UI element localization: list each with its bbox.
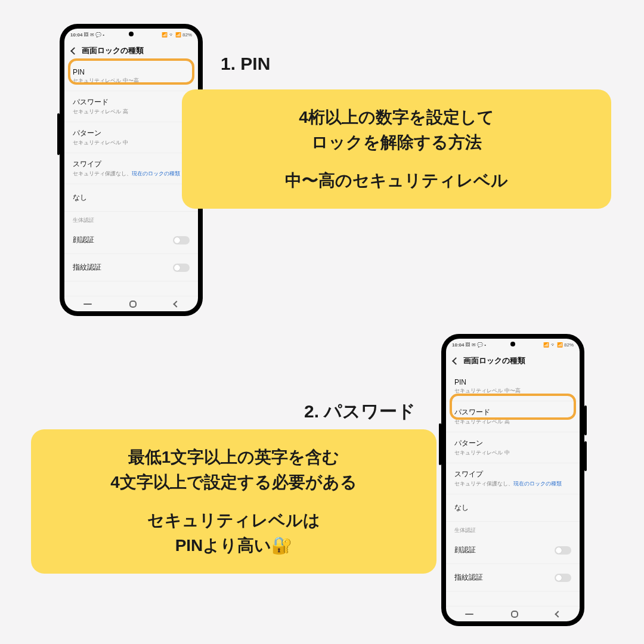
biometric-face[interactable]: 顔認証 [64,227,198,254]
nav-home-icon[interactable] [129,301,137,308]
lock-option-pattern[interactable]: パターン セキュリティレベル 中 [446,432,580,463]
nav-recent-icon[interactable] [83,304,92,305]
biometrics-header: 生体認証 [446,522,580,537]
lock-option-password[interactable]: パスワード セキュリティレベル 高 [64,91,198,122]
nav-back-icon[interactable] [174,301,180,307]
back-icon[interactable] [70,47,78,55]
face-toggle[interactable] [173,236,190,244]
lock-option-pin[interactable]: PIN セキュリティレベル 中〜高 [446,372,580,401]
screen-header: 画面ロックの種類 [446,349,580,372]
section2-title: 2. パスワード [304,400,416,424]
android-navbar [64,296,198,311]
lock-option-swipe[interactable]: スワイプ セキュリティ保護なし、現在のロックの種類 [64,153,198,184]
lock-option-pin[interactable]: PIN セキュリティレベル 中〜高 [64,62,198,91]
fingerprint-toggle[interactable] [555,574,571,582]
biometric-fingerprint[interactable]: 指紋認証 [446,564,580,592]
lock-option-password[interactable]: パスワード セキュリティレベル 高 [446,401,580,432]
face-toggle[interactable] [555,546,571,555]
header-title: 画面ロックの種類 [463,355,525,366]
biometric-face[interactable]: 顔認証 [446,537,580,564]
android-navbar [446,606,580,621]
nav-recent-icon[interactable] [465,614,473,615]
lock-options-list: PIN セキュリティレベル 中〜高 パスワード セキュリティレベル 高 パターン… [446,372,580,606]
section2-bubble: 最低1文字以上の英字を含む4文字以上で設定する必要がある セキュリティレベルはP… [31,429,436,574]
nav-home-icon[interactable] [511,611,518,618]
screen-header: 画面ロックの種類 [64,39,198,62]
nav-back-icon[interactable] [555,611,562,617]
phone-mock-password: 10:04 🖼 ✉ 💬 • 📶 ᯤ 📶 82% 画面ロックの種類 PIN セキュ… [441,334,584,626]
lock-option-none[interactable]: なし [446,494,580,522]
back-icon[interactable] [452,357,460,365]
section1-title: 1. PIN [221,54,270,74]
header-title: 画面ロックの種類 [82,45,144,56]
fingerprint-toggle[interactable] [173,264,190,272]
section1-bubble: 4桁以上の数字を設定してロックを解除する方法 中〜高のセキュリティレベル [182,89,611,209]
lock-option-swipe[interactable]: スワイプ セキュリティ保護なし、現在のロックの種類 [446,463,580,494]
lock-option-pattern[interactable]: パターン セキュリティレベル 中 [64,122,198,153]
biometrics-header: 生体認証 [64,212,198,227]
phone-mock-pin: 10:04 🖼 ✉ 💬 • 📶 ᯤ 📶 82% 画面ロックの種類 PIN セキュ… [60,24,203,316]
biometric-fingerprint[interactable]: 指紋認証 [64,254,198,281]
lock-options-list: PIN セキュリティレベル 中〜高 パスワード セキュリティレベル 高 パターン… [64,62,198,296]
lock-option-none[interactable]: なし [64,184,198,212]
